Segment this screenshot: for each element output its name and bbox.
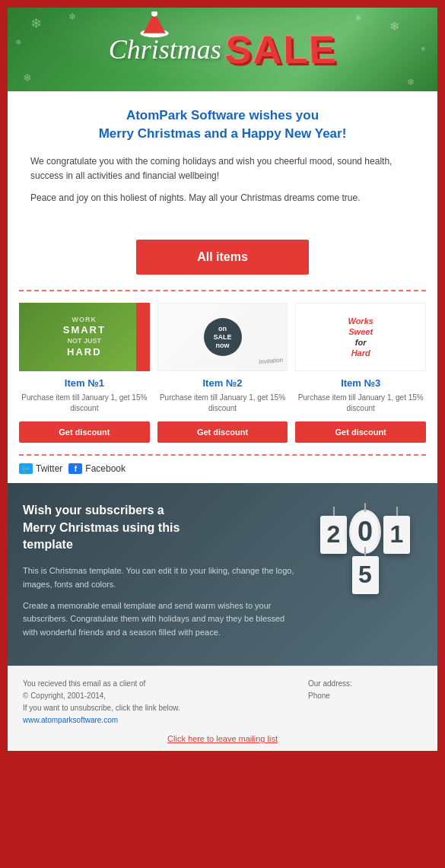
footer-left-column: You recieved this email as a client of ©… [23,678,293,727]
footer-address-label: Our address: [308,678,422,690]
snowflake-icon: ❄ [15,38,21,46]
year-digit-2: 2 [320,516,347,554]
promo-text-column: Wish your subscribers aMerry Christmas u… [23,502,300,647]
cta-section: All items [8,228,437,290]
footer-right-column: Our address: Phone [308,678,422,727]
social-section: 🐦 Twitter f Facebook [8,456,437,483]
snowflake-icon: ❄ [355,14,361,22]
product-3-discount-button[interactable]: Get discount [295,421,426,443]
unsubscribe-link[interactable]: Click here to leave mailing list [23,734,422,743]
snowflake-icon: ❄ [389,19,399,33]
products-section: WORK SMART NOT JUST HARD Item №1 Purchas… [8,291,437,454]
product-card-1: WORK SMART NOT JUST HARD Item №1 Purchas… [19,303,150,443]
works-text: WorksSweetforHard [348,316,373,359]
greeting-title: AtomPark Software wishes youMerry Christ… [30,107,415,143]
facebook-button[interactable]: f Facebook [68,463,126,474]
christmas-text: Christmas [109,33,221,65]
greeting-paragraph-2: Peace and joy on this holiest of nights.… [30,191,415,205]
header-banner: ❄ ❄ ❄ ❄ ❄ ❄ ❄ ❄ Christmas SALE [8,8,437,91]
greeting-paragraph-1: We congratulate you with the coming holi… [30,154,415,183]
promo-title: Wish your subscribers aMerry Christmas u… [23,502,300,553]
snowflake-icon: ❄ [23,72,32,84]
twitter-icon: 🐦 [19,463,33,474]
twitter-label: Twitter [36,463,62,474]
snowflake-icon: ❄ [421,46,426,52]
product-image-3: WorksSweetforHard [295,303,426,371]
footer-text-2: © Copyright, 2001-2014, [23,690,293,702]
footer-section: You recieved this email as a client of ©… [8,666,437,751]
product-1-desc: Purchase item till January 1, get 15% di… [19,393,150,414]
promo-section: Wish your subscribers aMerry Christmas u… [8,483,437,666]
outer-wrapper: ❄ ❄ ❄ ❄ ❄ ❄ ❄ ❄ Christmas SALE AtomPark … [0,0,445,758]
product-2-discount-button[interactable]: Get discount [157,421,288,443]
footer-text-1: You recieved this email as a client of [23,678,293,690]
svg-point-2 [151,11,157,17]
product-1-discount-button[interactable]: Get discount [19,421,150,443]
promo-paragraph-2: Create a memorable email template and se… [23,599,300,640]
footer-columns: You recieved this email as a client of ©… [23,678,422,727]
product-card-2: onSALEnow Item №2 Purchase item till Jan… [157,303,288,443]
sale-text: SALE [224,27,339,72]
product-card-3: WorksSweetforHard Item №3 Purchase item … [295,303,426,443]
promo-paragraph-1: This is Christmas template. You can edit… [23,564,300,591]
facebook-icon: f [68,463,82,474]
products-grid: WORK SMART NOT JUST HARD Item №1 Purchas… [19,303,426,443]
year-digit-5: 5 [352,556,379,594]
promo-year-display: 2 0 1 5 [308,502,422,601]
footer-website-link: www.atomparksoftware.com [23,714,293,727]
snowflake-icon: ❄ [407,77,415,87]
product-2-name: Item №2 [157,377,288,389]
product-3-desc: Purchase item till January 1, get 15% di… [295,393,426,414]
santa-hat-icon [139,11,170,38]
footer-text-3: If you want to unsubscribe, click the li… [23,702,293,714]
email-container: ❄ ❄ ❄ ❄ ❄ ❄ ❄ ❄ Christmas SALE AtomPark … [8,8,437,751]
snowflake-icon: ❄ [68,11,76,22]
year-digit-1: 1 [383,516,410,554]
greeting-section: AtomPark Software wishes youMerry Christ… [8,91,437,228]
product-1-name: Item №1 [19,377,150,389]
footer-phone-label: Phone [308,690,422,702]
all-items-button[interactable]: All items [136,240,309,275]
product-2-desc: Purchase item till January 1, get 15% di… [157,393,288,414]
product-3-name: Item №3 [295,377,426,389]
facebook-label: Facebook [85,463,126,474]
twitter-button[interactable]: 🐦 Twitter [19,463,62,474]
product-image-2: onSALEnow [157,303,288,371]
product-image-1: WORK SMART NOT JUST HARD [19,303,150,371]
sale-circle: onSALEnow [204,318,242,356]
snowflake-icon: ❄ [30,15,42,32]
